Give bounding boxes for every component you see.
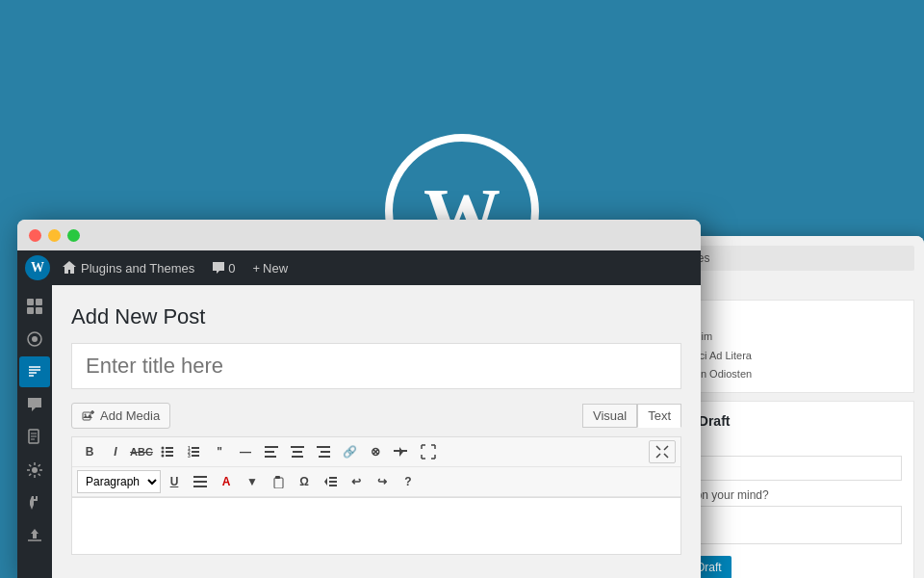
admin-bar-home[interactable]: Plugins and Themes <box>56 260 200 276</box>
close-dot[interactable] <box>29 229 41 242</box>
svg-rect-39 <box>329 477 337 479</box>
admin-bar-site-name: Plugins and Themes <box>81 261 194 276</box>
dashboard-icon <box>26 298 43 315</box>
svg-point-11 <box>162 447 165 450</box>
align-right-button[interactable] <box>311 440 336 463</box>
page-title: Add New Post <box>71 304 681 329</box>
text-color-dropdown[interactable]: ▼ <box>240 470 265 493</box>
pages-icon <box>26 429 43 446</box>
svg-rect-30 <box>321 451 330 453</box>
tab-text[interactable]: Text <box>637 404 681 428</box>
svg-rect-18 <box>192 447 199 449</box>
appearance-icon <box>26 461 43 479</box>
svg-rect-22 <box>192 455 199 457</box>
admin-wp-logo[interactable]: W <box>25 255 50 280</box>
new-label: New <box>263 261 288 276</box>
tab-visual[interactable]: Visual <box>582 404 637 428</box>
comments-icon <box>26 396 43 413</box>
align-center-icon <box>291 446 304 458</box>
main-browser-window: W Plugins and Themes 0 + New <box>17 220 701 578</box>
svg-rect-36 <box>193 486 207 487</box>
format-select[interactable]: Paragraph <box>77 470 161 493</box>
media-icon <box>26 330 43 348</box>
svg-rect-20 <box>192 451 199 453</box>
admin-bar-comments[interactable]: 0 <box>206 261 241 276</box>
help-button[interactable]: ? <box>396 470 421 493</box>
svg-rect-4 <box>36 307 42 314</box>
svg-rect-41 <box>329 485 337 486</box>
svg-rect-14 <box>166 451 173 453</box>
sidebar-icon-plugins[interactable] <box>19 487 50 518</box>
media-add-icon <box>82 409 95 423</box>
svg-rect-16 <box>166 455 173 457</box>
align-left-button[interactable] <box>259 440 284 463</box>
outdent-icon <box>323 476 337 487</box>
fullscreen-button[interactable] <box>415 440 442 463</box>
sidebar-icon-dashboard[interactable] <box>19 291 50 322</box>
maximize-dot[interactable] <box>67 229 80 242</box>
align-left-icon <box>265 446 278 458</box>
plugins-icon <box>26 494 43 512</box>
insert-more-button[interactable] <box>389 440 414 463</box>
sidebar-icon-media[interactable] <box>19 324 50 355</box>
sidebar-icon-upload[interactable] <box>19 520 50 551</box>
svg-rect-2 <box>36 299 42 305</box>
svg-text:3: 3 <box>188 453 191 459</box>
posts-icon <box>26 363 43 381</box>
horizontal-rule-button[interactable]: — <box>233 440 258 463</box>
unlink-button[interactable]: ⊗ <box>363 440 388 463</box>
svg-point-6 <box>32 336 38 342</box>
svg-rect-38 <box>275 476 280 479</box>
upload-icon <box>26 527 43 544</box>
minimize-dot[interactable] <box>48 229 61 242</box>
svg-rect-37 <box>274 478 283 488</box>
svg-point-8 <box>32 467 38 473</box>
expand-icon <box>655 445 669 459</box>
sidebar <box>17 285 52 578</box>
bold-button[interactable]: B <box>77 440 102 463</box>
text-color-button[interactable]: A <box>214 470 239 493</box>
svg-rect-23 <box>265 446 278 448</box>
justify-icon <box>193 476 207 487</box>
svg-point-15 <box>162 455 165 458</box>
comment-icon <box>212 261 225 275</box>
justify-button[interactable] <box>188 470 213 493</box>
sidebar-icon-pages[interactable] <box>19 422 50 453</box>
paste-text-button[interactable] <box>266 470 291 493</box>
sidebar-icon-appearance[interactable] <box>19 455 50 486</box>
underline-button[interactable]: U <box>162 470 187 493</box>
svg-rect-12 <box>166 447 173 449</box>
svg-rect-35 <box>193 481 207 483</box>
post-title-input[interactable] <box>71 343 681 389</box>
svg-rect-40 <box>329 481 337 483</box>
svg-rect-34 <box>193 476 207 478</box>
redo-button[interactable]: ↪ <box>370 470 395 493</box>
unordered-list-button[interactable] <box>155 440 180 463</box>
outdent-button[interactable] <box>318 470 343 493</box>
ol-icon: 1 2 3 <box>187 445 200 459</box>
browser-titlebar <box>17 220 701 250</box>
align-center-button[interactable] <box>285 440 310 463</box>
paste-icon <box>271 475 285 488</box>
link-button[interactable]: 🔗 <box>337 440 362 463</box>
ordered-list-button[interactable]: 1 2 3 <box>181 440 206 463</box>
home-icon <box>62 260 77 276</box>
svg-rect-29 <box>317 446 330 448</box>
add-media-label: Add Media <box>100 408 160 423</box>
svg-rect-3 <box>27 307 34 314</box>
undo-button[interactable]: ↩ <box>344 470 369 493</box>
editor-content[interactable] <box>71 497 681 555</box>
expand-button[interactable] <box>649 440 676 463</box>
svg-rect-25 <box>265 456 276 458</box>
main-content-area: Add New Post Add Media Visual Text <box>17 285 701 578</box>
special-char-button[interactable]: Ω <box>292 470 317 493</box>
strikethrough-button[interactable]: ABC <box>129 440 154 463</box>
sidebar-icon-posts[interactable] <box>19 356 50 387</box>
admin-bar-new[interactable]: + New <box>247 261 295 276</box>
add-media-button[interactable]: Add Media <box>71 403 170 429</box>
italic-button[interactable]: I <box>103 440 128 463</box>
sidebar-icon-comments[interactable] <box>19 389 50 420</box>
toolbar-row-2: Paragraph U A ▼ <box>72 467 680 497</box>
blockquote-button[interactable]: " <box>207 440 232 463</box>
visual-text-tabs: Visual Text <box>582 404 681 428</box>
